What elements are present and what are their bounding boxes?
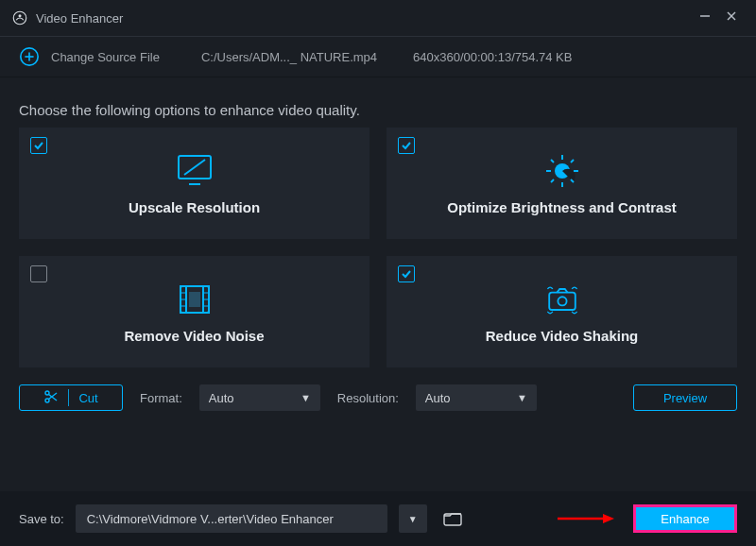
preview-label: Preview [663, 391, 707, 405]
arrow-annotation [558, 512, 614, 525]
checkbox-upscale[interactable] [30, 137, 47, 154]
checkbox-noise[interactable] [30, 265, 47, 282]
camera-shake-icon [541, 281, 584, 318]
card-reduce-shaking[interactable]: Reduce Video Shaking [387, 256, 737, 367]
minimize-button[interactable] [692, 9, 718, 26]
window-title: Video Enhancer [36, 11, 692, 26]
svg-marker-38 [603, 514, 614, 523]
source-path: C:/Users/ADM..._ NATURE.mp4 [201, 50, 377, 64]
svg-point-1 [19, 14, 22, 17]
chevron-down-icon: ▼ [517, 392, 527, 403]
svg-point-32 [45, 391, 49, 395]
svg-line-9 [184, 160, 205, 175]
svg-line-19 [571, 160, 574, 162]
card-upscale-resolution[interactable]: Upscale Resolution [19, 128, 369, 239]
card-remove-noise[interactable]: Remove Video Noise [19, 256, 369, 367]
instructions-text: Choose the following options to enhance … [0, 77, 756, 128]
resolution-label: Resolution: [337, 391, 399, 405]
format-select[interactable]: Auto ▼ [199, 384, 320, 411]
save-path-field[interactable]: C:\Vidmore\Vidmore V...erter\Video Enhan… [76, 504, 387, 533]
save-path-dropdown[interactable]: ▼ [399, 504, 427, 533]
cut-label: Cut [78, 391, 97, 405]
save-path-value: C:\Vidmore\Vidmore V...erter\Video Enhan… [87, 512, 334, 526]
scissors-icon [43, 389, 59, 407]
controls-row: Cut Format: Auto ▼ Resolution: Auto ▼ Pr… [0, 367, 756, 422]
close-button[interactable] [718, 9, 745, 26]
checkbox-brightness[interactable] [398, 137, 415, 154]
svg-line-18 [551, 179, 554, 182]
svg-rect-29 [189, 292, 200, 307]
source-row: Change Source File C:/Users/ADM..._ NATU… [0, 36, 756, 77]
resolution-select[interactable]: Auto ▼ [416, 384, 537, 411]
svg-rect-30 [549, 292, 576, 309]
cut-button[interactable]: Cut [19, 384, 123, 411]
card-label: Remove Video Noise [124, 328, 264, 344]
chevron-down-icon: ▼ [301, 392, 311, 403]
preview-button[interactable]: Preview [633, 384, 737, 411]
app-icon [11, 9, 28, 26]
card-optimize-brightness[interactable]: Optimize Brightness and Contrast [387, 128, 737, 239]
source-meta: 640x360/00:00:13/754.74 KB [413, 50, 572, 64]
format-value: Auto [209, 391, 234, 405]
checkbox-shaking[interactable] [398, 265, 415, 282]
brightness-icon [541, 152, 584, 190]
monitor-icon [173, 152, 216, 190]
resolution-value: Auto [425, 391, 451, 405]
card-label: Upscale Resolution [129, 199, 260, 215]
chevron-down-icon: ▼ [408, 514, 418, 524]
cut-divider [68, 389, 69, 406]
svg-point-31 [558, 297, 566, 305]
save-to-label: Save to: [19, 512, 64, 526]
folder-icon [443, 511, 462, 526]
film-icon [173, 281, 216, 318]
change-source-link[interactable]: Change Source File [51, 50, 160, 64]
card-label: Optimize Brightness and Contrast [447, 199, 677, 215]
enhancement-options: Upscale Resolution Optimize Brightness a… [0, 128, 756, 367]
enhance-label: Enhance [661, 512, 709, 526]
add-source-icon[interactable] [19, 46, 40, 67]
card-label: Reduce Video Shaking [486, 328, 638, 344]
enhance-button[interactable]: Enhance [633, 504, 737, 533]
open-folder-button[interactable] [438, 504, 467, 533]
format-label: Format: [140, 391, 182, 405]
svg-point-33 [45, 399, 49, 402]
titlebar: Video Enhancer [0, 0, 756, 36]
svg-line-16 [551, 160, 554, 162]
